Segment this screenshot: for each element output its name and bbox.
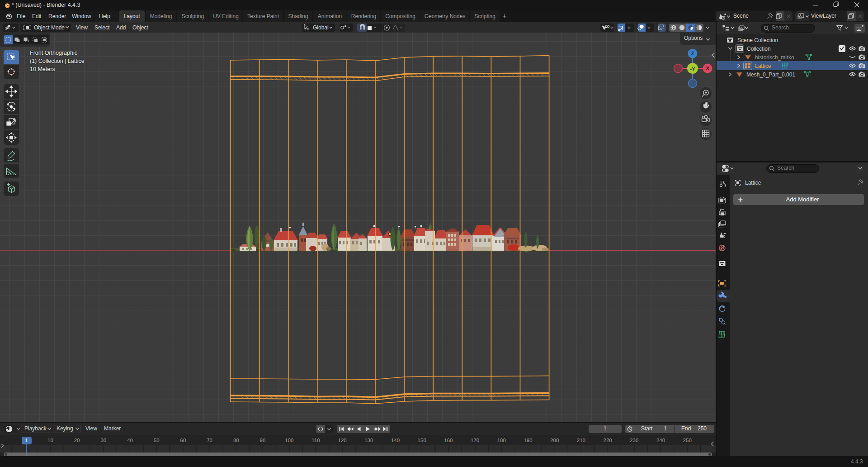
- svg-text:Z: Z: [691, 51, 694, 56]
- svg-text:-Y: -Y: [690, 66, 695, 71]
- svg-text:X: X: [706, 66, 709, 71]
